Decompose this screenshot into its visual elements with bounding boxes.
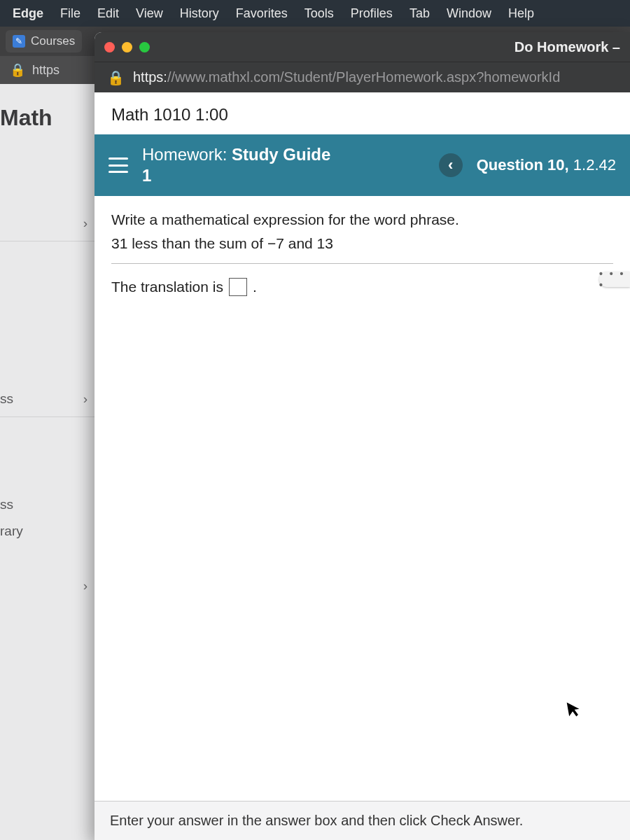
chevron-right-icon: › bbox=[83, 216, 88, 231]
menubar-window[interactable]: Window bbox=[438, 6, 500, 21]
background-page-title: Math bbox=[0, 105, 94, 131]
dots-icon: • • • • bbox=[599, 268, 630, 290]
chevron-right-icon: › bbox=[83, 391, 88, 407]
close-icon[interactable] bbox=[104, 42, 115, 52]
pencil-icon: ✎ bbox=[13, 35, 25, 48]
question-content: Write a mathematical expression for the … bbox=[94, 196, 630, 801]
divider bbox=[111, 263, 613, 264]
window-traffic-lights bbox=[104, 42, 150, 52]
chevron-right-icon: › bbox=[83, 578, 88, 594]
menubar: Edge File Edit View History Favorites To… bbox=[0, 0, 630, 27]
homework-header: Homework: Study Guide 1 ‹ Question 10, 1… bbox=[94, 134, 630, 196]
menubar-file[interactable]: File bbox=[52, 6, 89, 21]
homework-title: Homework: Study Guide 1 bbox=[142, 144, 338, 186]
menubar-tools[interactable]: Tools bbox=[296, 6, 342, 21]
url-scheme: https: bbox=[133, 69, 167, 85]
sidebar-item[interactable]: rary bbox=[0, 518, 94, 545]
background-tab-label: Courses bbox=[31, 34, 75, 48]
homework-window: Do Homework – 🔒 https://www.mathxl.com/S… bbox=[94, 32, 630, 840]
more-options-button[interactable]: • • • • bbox=[599, 272, 630, 287]
menubar-help[interactable]: Help bbox=[500, 6, 542, 21]
minimize-icon[interactable] bbox=[122, 42, 132, 52]
divider bbox=[0, 416, 94, 417]
question-prompt: Write a mathematical expression for the … bbox=[111, 211, 613, 228]
lock-icon: 🔒 bbox=[10, 62, 25, 78]
background-tab-courses[interactable]: ✎ Courses bbox=[6, 30, 82, 52]
previous-question-button[interactable]: ‹ bbox=[439, 153, 463, 177]
sidebar-item[interactable]: › bbox=[0, 210, 94, 237]
popup-titlebar: Do Homework – bbox=[94, 32, 630, 62]
answer-input[interactable] bbox=[229, 278, 247, 296]
lock-icon: 🔒 bbox=[107, 69, 125, 86]
answer-line: The translation is . bbox=[111, 278, 613, 296]
background-address-text: https bbox=[32, 63, 59, 78]
course-title: Math 1010 1:00 bbox=[94, 92, 630, 134]
hamburger-icon[interactable] bbox=[108, 158, 128, 173]
menubar-edit[interactable]: Edit bbox=[89, 6, 127, 21]
footer-instruction: Enter your answer in the answer box and … bbox=[94, 801, 630, 840]
fullscreen-icon[interactable] bbox=[139, 42, 150, 52]
question-phrase: 31 less than the sum of −7 and 13 bbox=[111, 235, 613, 252]
popup-address-bar[interactable]: 🔒 https://www.mathxl.com/Student/PlayerH… bbox=[94, 62, 630, 92]
question-label: Question 10, 1.2.42 bbox=[477, 156, 616, 174]
divider bbox=[0, 241, 94, 241]
popup-window-title: Do Homework – bbox=[157, 39, 620, 55]
translation-suffix: . bbox=[253, 279, 257, 295]
chevron-left-icon: ‹ bbox=[448, 156, 453, 174]
sidebar-item[interactable]: › bbox=[0, 573, 94, 599]
menubar-favorites[interactable]: Favorites bbox=[227, 6, 296, 21]
menubar-tab[interactable]: Tab bbox=[401, 6, 438, 21]
cursor-icon bbox=[565, 699, 582, 724]
menubar-history[interactable]: History bbox=[172, 6, 227, 21]
menubar-profiles[interactable]: Profiles bbox=[342, 6, 401, 21]
sidebar-item[interactable]: ss › bbox=[0, 386, 94, 412]
translation-prefix: The translation is bbox=[111, 279, 223, 295]
url-path: //www.mathxl.com/Student/PlayerHomework.… bbox=[167, 69, 560, 85]
menubar-app[interactable]: Edge bbox=[4, 6, 52, 21]
sidebar-item[interactable]: ss bbox=[0, 491, 94, 518]
menubar-view[interactable]: View bbox=[127, 6, 172, 21]
background-sidebar: › ss › ss rary › bbox=[0, 210, 94, 599]
